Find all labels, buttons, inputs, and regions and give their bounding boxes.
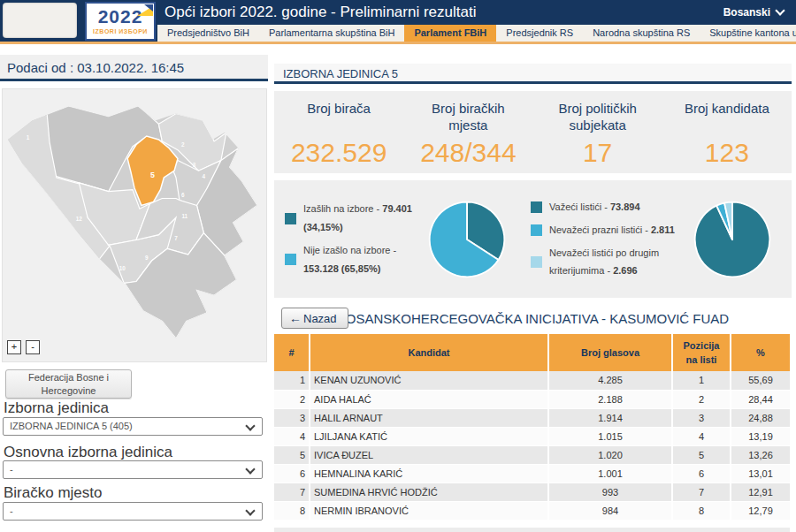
header-divider	[0, 42, 796, 44]
legend-swatch-teal	[531, 201, 542, 213]
map-region-number: 10	[119, 265, 126, 271]
col-header-kandidat: Kandidat	[310, 334, 548, 371]
cell-votes: 2.188	[548, 390, 672, 408]
stat-value: 123	[662, 138, 792, 168]
stat-value: 248/344	[403, 138, 532, 168]
tab-narodna-skupstina-rs[interactable]: Narodna skupština RS	[583, 25, 700, 42]
map-region-number: 6	[181, 192, 185, 198]
legend-value: 73.894	[610, 201, 640, 212]
turnout-pie-chart	[426, 199, 508, 280]
cell-name: SUMEDINA HRVIĆ HODŽIĆ	[310, 483, 548, 501]
tab-predsjednik-rs[interactable]: Predsjednik RS	[496, 25, 583, 42]
legend-label: Izašlih na izbore -	[303, 203, 382, 214]
cell-name: NERMIN IBRANOVIĆ	[310, 501, 548, 520]
col-header-pct: %	[731, 334, 790, 371]
cell-position: 6	[672, 464, 731, 483]
chevron-down-icon	[775, 5, 785, 15]
cell-pct: 24,88	[731, 408, 790, 427]
table-next-row-sliver	[274, 528, 790, 532]
language-selector[interactable]: Bosanski	[723, 6, 784, 19]
cell-votes: 1.015	[548, 427, 672, 445]
legend-label: Važeći listići -	[549, 201, 610, 212]
map-selected-region-number: 5	[150, 171, 155, 179]
tab-parlament-fbih[interactable]: Parlament FBiH	[404, 25, 496, 42]
legend-item: Nije izašlo na izbore - 153.128 (65,85%)	[285, 241, 417, 278]
cell-votes: 1.914	[548, 408, 672, 427]
legend-swatch-pale-blue	[531, 256, 542, 268]
legend-value: 2.696	[613, 265, 638, 276]
table-row: 7 SUMEDINA HRVIĆ HODŽIĆ 993 7 12,91	[274, 483, 790, 501]
legend-swatch-blue	[285, 254, 296, 265]
cell-num: 4	[274, 427, 310, 445]
select-biracko-mjesto[interactable]: -	[3, 502, 263, 521]
select-izborna-jedinica[interactable]: IZBORNA JEDINICA 5 (405)	[3, 417, 263, 436]
data-timestamp: Podaci od : 03.10.2022. 16:45	[0, 55, 268, 81]
cell-position: 7	[672, 483, 731, 501]
legend-item: Nevažeći listići po drugim kriterijumima…	[531, 244, 683, 281]
chevron-down-icon	[245, 464, 255, 474]
section-title: IZBORNA JEDINICA 5	[274, 64, 792, 84]
cell-votes: 4.285	[548, 371, 672, 390]
cell-position: 8	[672, 501, 731, 520]
filter-label-osnovna-izborna-jedinica: Osnovna izborna jedinica	[4, 444, 172, 461]
turnout-legend: Izašlih na izbore - 79.401 (34,15%) Nije…	[285, 195, 417, 283]
page: 2022 IZBORI ИЗБОРИ Opći izbori 2022. god…	[0, 0, 796, 532]
cell-num: 3	[274, 408, 310, 427]
cell-pct: 28,44	[731, 390, 790, 408]
legend-label: Nije izašlo na izbore -	[303, 245, 396, 255]
cell-pct: 13,01	[731, 464, 790, 483]
table-header-row: # Kandidat Broj glasova Pozicija na list…	[274, 334, 790, 371]
select-value: IZBORNA JEDINICA 5 (405)	[10, 421, 133, 431]
map-region-number: 3	[193, 162, 196, 168]
legend-swatch-teal	[285, 213, 296, 224]
tab-parlamentarna-skupstina-bih[interactable]: Parlamentarna skupština BiH	[259, 25, 404, 42]
table-row: 5 IVICA ĐUZEL 1.020 5 13,26	[274, 445, 790, 464]
table-row: 1 KENAN UZUNOVIĆ 4.285 1 55,69	[274, 371, 790, 390]
logo-subtitle: IZBORI ИЗБОРИ	[87, 28, 154, 34]
map-zoom-out-button[interactable]: -	[26, 340, 40, 354]
table-row: 2 AIDA HALAĆ 2.188 2 28,44	[274, 390, 790, 408]
cell-num: 5	[274, 445, 310, 464]
table-row: 8 NERMIN IBRANOVIĆ 984 8 12,79	[274, 501, 790, 520]
language-label: Bosanski	[723, 6, 770, 19]
cell-num: 1	[274, 371, 310, 390]
col-header-num: #	[274, 334, 310, 371]
tab-skupstine-kantona-fbih[interactable]: Skupštine kantona u FBiH	[700, 25, 796, 42]
chevron-down-icon	[245, 505, 255, 515]
tab-predsjednistvo-bih[interactable]: Predsjedništvo BiH	[157, 25, 259, 42]
cell-position: 4	[672, 427, 731, 445]
select-value: -	[10, 464, 13, 475]
map-region-number: 7	[174, 235, 178, 241]
map-panel: 1 2 3 4 6 7 9 10 11 12 5 + -	[2, 88, 267, 362]
legend-value: 153.128 (65,85%)	[303, 263, 380, 274]
stat-label: Broj kandidata	[662, 91, 792, 136]
entity-button-federacija[interactable]: Federacija Bosne i Hercegovine	[5, 369, 132, 399]
cell-name: KENAN UZUNOVIĆ	[310, 371, 548, 390]
cell-position: 3	[672, 408, 731, 427]
stat-value: 232.529	[274, 138, 403, 168]
stat-broj-politickih-subjekata: Broj političkih subjekata 17	[533, 91, 662, 173]
cell-pct: 13,26	[731, 445, 790, 464]
legend-label: Nevažeći prazni listići -	[549, 224, 651, 235]
stat-label: Broj političkih subjekata	[533, 91, 662, 136]
cell-pct: 55,69	[731, 371, 790, 390]
cell-name: HEMNALINA KARIĆ	[310, 464, 548, 483]
table-row: 3 HALIL ARNAUT 1.914 3 24,88	[274, 408, 790, 427]
back-arrow-icon: ←	[289, 311, 302, 325]
stat-value: 17	[533, 138, 662, 168]
ballots-legend: Važeći listići - 73.894 Nevažeći prazni …	[531, 194, 683, 285]
select-osnovna-izborna-jedinica[interactable]: -	[3, 460, 263, 479]
map-zoom-in-button[interactable]: +	[7, 340, 21, 354]
election-logo: 2022 IZBORI ИЗБОРИ	[85, 2, 156, 41]
cell-num: 2	[274, 390, 310, 408]
stat-broj-biraca: Broj birača 232.529	[274, 91, 403, 173]
chevron-down-icon	[245, 421, 255, 430]
cell-position: 5	[672, 445, 731, 464]
legend-value: 2.811	[651, 224, 675, 235]
col-header-pozicija: Pozicija na listi	[672, 334, 731, 371]
back-button[interactable]: ←Nazad	[281, 308, 348, 329]
filter-label-izborna-jedinica: Izborna jedinica	[4, 399, 109, 417]
page-title: Opći izbori 2022. godine - Preliminarni …	[165, 4, 476, 21]
main-nav: Predsjedništvo BiH Parlamentarna skupšti…	[157, 25, 796, 42]
results-table: # Kandidat Broj glasova Pozicija na list…	[274, 334, 790, 521]
